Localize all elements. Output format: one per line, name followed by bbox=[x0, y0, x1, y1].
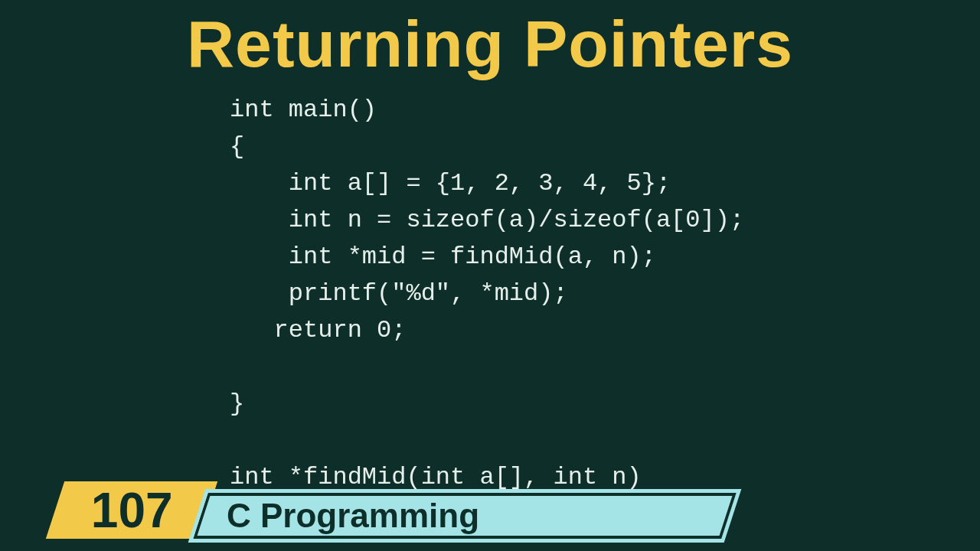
subject-label: C Programming bbox=[227, 499, 479, 533]
lesson-number: 107 bbox=[91, 486, 173, 535]
lesson-number-badge: 107 bbox=[46, 481, 217, 539]
code-block: int main() { int a[] = {1, 2, 3, 4, 5}; … bbox=[230, 92, 744, 533]
slide-title: Returning Pointers bbox=[0, 6, 980, 82]
subject-badge: C Programming bbox=[193, 493, 736, 539]
